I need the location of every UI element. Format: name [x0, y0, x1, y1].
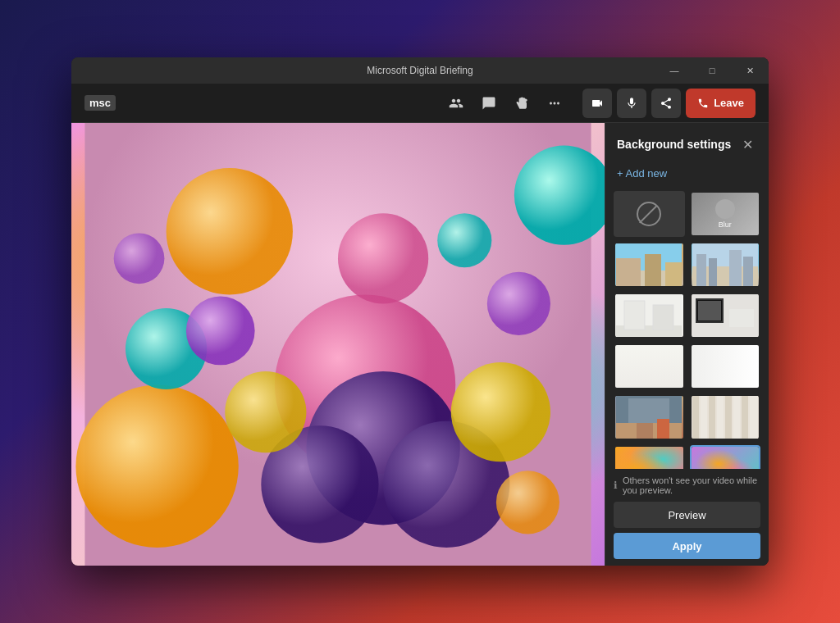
leave-label: Leave [714, 97, 744, 109]
svg-rect-50 [750, 394, 758, 440]
background-none[interactable] [614, 191, 685, 237]
office1-preview [616, 242, 682, 288]
svg-rect-20 [645, 254, 661, 288]
svg-rect-41 [657, 419, 669, 440]
video-area [71, 123, 605, 566]
window-controls: — □ ✕ [655, 57, 769, 84]
background-black-frame[interactable] [690, 293, 761, 339]
close-button[interactable]: ✕ [731, 57, 769, 84]
main-window: Microsoft Digital Briefing — □ ✕ msc [71, 57, 769, 566]
svg-rect-31 [653, 305, 673, 330]
preview-button[interactable]: Preview [614, 502, 760, 528]
svg-rect-26 [729, 250, 742, 288]
svg-rect-40 [637, 423, 653, 440]
svg-rect-47 [725, 394, 732, 440]
background-settings-panel: Background settings ✕ + Add new Blur [605, 123, 769, 566]
city-preview [692, 242, 758, 288]
background-white-room1-inner [615, 294, 683, 337]
svg-point-2 [167, 168, 293, 294]
share-button[interactable] [651, 89, 681, 118]
background-minimal1[interactable] [614, 343, 685, 389]
maximize-button[interactable]: □ [693, 57, 731, 84]
mic-button[interactable] [617, 89, 646, 118]
curtain-preview [692, 394, 758, 440]
leave-button[interactable]: Leave [686, 89, 756, 118]
svg-point-1 [75, 385, 238, 548]
background-blur-inner: Blur [692, 193, 760, 235]
svg-rect-21 [665, 262, 682, 288]
panel-close-button[interactable]: ✕ [737, 134, 757, 154]
title-bar: Microsoft Digital Briefing — □ ✕ [71, 57, 769, 84]
svg-rect-44 [701, 394, 707, 440]
people-icon[interactable] [441, 89, 471, 118]
background-loft[interactable] [614, 394, 685, 440]
window-title: Microsoft Digital Briefing [367, 65, 472, 76]
svg-point-10 [451, 362, 550, 462]
info-text: Others won't see your video while you pr… [623, 475, 760, 495]
raise-hand-icon[interactable] [507, 89, 536, 118]
minimize-button[interactable]: — [655, 57, 693, 84]
background-office1[interactable] [614, 242, 685, 288]
background-minimal2[interactable] [690, 343, 761, 389]
svg-rect-27 [743, 257, 753, 288]
info-row: ℹ Others won't see your video while you … [614, 475, 760, 495]
background-colorful1[interactable] [614, 445, 685, 469]
add-new-button[interactable]: + Add new [605, 162, 769, 188]
svg-rect-45 [709, 394, 715, 440]
svg-rect-49 [742, 394, 748, 440]
background-office1-inner [615, 243, 683, 286]
no-background-icon [637, 202, 661, 226]
chat-icon[interactable] [474, 89, 504, 118]
info-icon: ℹ [614, 480, 618, 491]
background-blur[interactable]: Blur [690, 191, 761, 237]
background-loft-inner [615, 396, 683, 439]
toolbar-icons [441, 89, 569, 118]
panel-title: Background settings [617, 138, 731, 151]
background-city-inner [692, 243, 760, 286]
svg-point-15 [496, 471, 559, 534]
background-curtain-inner [692, 396, 760, 439]
svg-rect-35 [729, 309, 754, 327]
background-colorful1-inner [615, 447, 683, 469]
app-logo: msc [84, 95, 116, 111]
call-controls: Leave [582, 89, 756, 118]
svg-point-11 [225, 371, 306, 452]
video-balls-art [71, 123, 605, 566]
svg-rect-48 [733, 394, 740, 440]
svg-point-14 [437, 213, 491, 267]
svg-rect-24 [696, 254, 706, 288]
toolbar: msc [71, 84, 769, 123]
more-options-icon[interactable] [540, 89, 569, 118]
svg-rect-34 [698, 301, 721, 321]
background-minimal1-inner [615, 345, 683, 388]
background-curtain[interactable] [690, 394, 761, 440]
svg-point-9 [338, 213, 428, 303]
white-room1-preview [616, 293, 682, 339]
panel-header: Background settings ✕ [605, 123, 769, 162]
background-colorful2[interactable]: ✓ [690, 445, 761, 469]
loft-preview [616, 394, 682, 440]
svg-rect-46 [717, 394, 724, 440]
svg-point-16 [114, 233, 165, 284]
black-frame-preview [692, 293, 758, 339]
svg-point-12 [186, 297, 255, 366]
main-area: Background settings ✕ + Add new Blur [71, 123, 769, 566]
video-button[interactable] [582, 89, 612, 118]
panel-footer: ℹ Others won't see your video while you … [605, 469, 769, 566]
svg-rect-19 [616, 258, 641, 288]
blur-label: Blur [719, 221, 732, 229]
blur-avatar-icon [715, 199, 735, 219]
background-black-frame-inner [692, 294, 760, 337]
background-colorful2-inner [692, 447, 760, 469]
background-city[interactable] [690, 242, 761, 288]
video-background [71, 123, 605, 566]
background-white-room1[interactable] [614, 293, 685, 339]
background-none-inner [615, 193, 683, 235]
svg-point-13 [487, 272, 550, 335]
backgrounds-grid: Blur [605, 188, 769, 469]
add-new-label: + Add new [617, 167, 667, 180]
apply-button[interactable]: Apply [614, 533, 760, 559]
svg-rect-30 [624, 301, 645, 330]
svg-rect-43 [692, 394, 699, 440]
background-minimal2-inner [692, 345, 760, 388]
